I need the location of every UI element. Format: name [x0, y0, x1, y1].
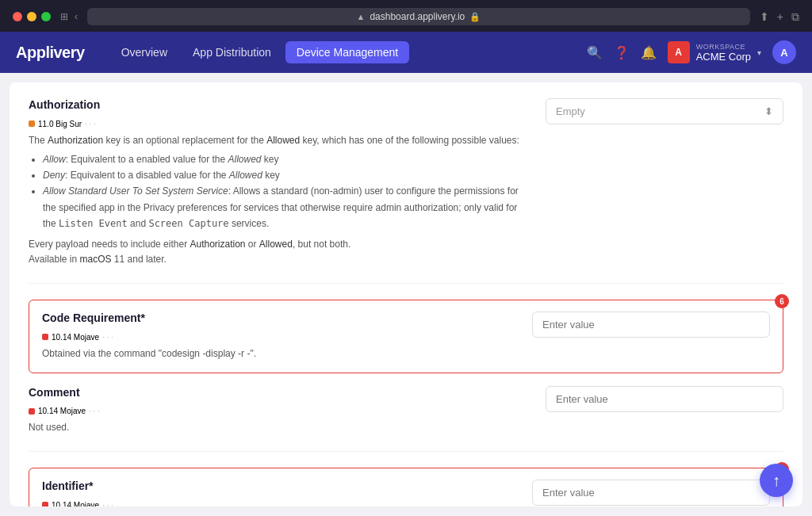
authorization-list: Allow: Equivalent to a enabled value for… — [29, 151, 530, 232]
workspace-icon-text: A — [675, 47, 682, 58]
authorization-select-chevron-icon: ⬍ — [764, 105, 773, 117]
workspace-name: ACME Corp — [696, 51, 751, 63]
comment-info: Comment 10.14 Mojave · · · Not used. — [29, 386, 530, 436]
window-chrome: ⊞ ‹ ▲ dashboard.applivery.io 🔒 ⬆ + ⧉ — [0, 0, 812, 32]
authorization-section: Authorization 11.0 Big Sur · · · The Aut… — [29, 98, 783, 284]
code-requirement-version-text: 10.14 Mojave — [52, 333, 99, 342]
version-spacer: · · · — [85, 120, 96, 128]
window-actions: ⬆ + ⧉ — [760, 10, 799, 24]
close-button[interactable] — [13, 12, 22, 21]
traffic-lights — [13, 12, 51, 21]
comment-description: Not used. — [29, 420, 530, 435]
comment-title: Comment — [29, 386, 530, 399]
comment-version-text: 10.14 Mojave — [38, 407, 86, 415]
workspace-info[interactable]: A WORKSPACE ACME Corp ▾ — [668, 41, 761, 63]
title-bar: ⊞ ‹ ▲ dashboard.applivery.io 🔒 ⬆ + ⧉ — [13, 8, 799, 25]
identifier-field-area — [532, 480, 770, 506]
back-icon[interactable]: ‹ — [75, 11, 78, 22]
comment-version-dot — [29, 408, 35, 415]
comment-field-area — [546, 386, 783, 412]
authorization-version-text: 11.0 Big Sur — [38, 120, 82, 128]
auth-list-item-allow: Allow: Equivalent to a enabled value for… — [43, 151, 530, 167]
new-tab-icon[interactable]: + — [777, 10, 783, 24]
auth-list-item-deny: Deny: Equivalent to a disabled value for… — [43, 167, 530, 183]
workspace-icon: A — [668, 41, 690, 63]
nav-overview[interactable]: Overview — [110, 41, 178, 63]
code-requirement-number: 6 — [775, 294, 789, 308]
workspace-chevron-icon[interactable]: ▾ — [757, 48, 761, 57]
code-requirement-description: Obtained via the command "codesign -disp… — [42, 346, 516, 361]
notification-icon[interactable]: 🔔 — [641, 45, 657, 60]
url-bar[interactable]: ▲ dashboard.applivery.io 🔒 — [87, 8, 750, 25]
windows-icon[interactable]: ⧉ — [791, 10, 799, 24]
workspace-text: WORKSPACE ACME Corp — [696, 43, 751, 63]
content-panel: Authorization 11.0 Big Sur · · · The Aut… — [10, 82, 802, 506]
nav-device-management[interactable]: Device Management — [285, 41, 409, 63]
help-icon[interactable]: ❓ — [614, 45, 630, 60]
authorization-description: The Authorization key is an optional rep… — [29, 133, 530, 148]
cr-version-spacer: · · · — [102, 333, 113, 342]
authorization-extra: Every payload needs to include either Au… — [29, 237, 530, 252]
authorization-macos: Available in macOS 11 and later. — [29, 252, 530, 267]
authorization-version: 11.0 Big Sur · · · — [29, 120, 96, 128]
comment-input[interactable] — [546, 386, 783, 412]
scroll-up-fab[interactable]: ↑ — [760, 464, 793, 497]
nav-links: Overview App Distribution Device Managem… — [110, 41, 587, 63]
version-dot-red — [42, 334, 48, 340]
minimize-button[interactable] — [27, 12, 36, 21]
nav-actions: 🔍 ❓ 🔔 A WORKSPACE ACME Corp ▾ A — [587, 40, 796, 64]
comment-section: Comment 10.14 Mojave · · · Not used. — [29, 386, 783, 453]
sidebar-toggle-icon[interactable]: ⊞ — [60, 11, 68, 22]
identifier-version: 10.14 Mojave · · · — [42, 501, 113, 506]
nav-app-distribution[interactable]: App Distribution — [182, 41, 282, 63]
code-requirement-info: Code Requirement* 10.14 Mojave · · · Obt… — [42, 312, 516, 361]
code-requirement-field-area — [532, 312, 770, 338]
identifier-version-text: 10.14 Mojave — [52, 501, 99, 506]
comment-spacer: · · · — [89, 407, 100, 415]
authorization-select-value: Empty — [556, 105, 585, 117]
id-spacer: · · · — [102, 501, 113, 506]
url-text: dashboard.applivery.io — [370, 11, 465, 22]
identifier-title: Identifier* — [42, 480, 516, 492]
comment-version: 10.14 Mojave · · · — [29, 407, 100, 415]
avatar[interactable]: A — [772, 40, 796, 64]
identifier-info: Identifier* 10.14 Mojave · · · The bundl… — [42, 480, 516, 506]
authorization-field-area: Empty ⬍ — [546, 98, 783, 124]
main-content: Authorization 11.0 Big Sur · · · The Aut… — [0, 73, 812, 516]
scroll-up-icon: ↑ — [772, 472, 780, 490]
code-requirement-input[interactable] — [532, 312, 770, 338]
maximize-button[interactable] — [41, 12, 51, 21]
identifier-version-dot — [42, 502, 48, 506]
window-controls: ⊞ ‹ — [60, 11, 78, 22]
logo[interactable]: Applivery — [16, 44, 85, 62]
lock-icon: 🔒 — [469, 12, 481, 22]
authorization-select[interactable]: Empty ⬍ — [546, 98, 783, 124]
code-requirement-section: 6 Code Requirement* 10.14 Mojave · · · O… — [29, 300, 783, 373]
share-icon[interactable]: ⬆ — [760, 10, 769, 24]
code-requirement-title: Code Requirement* — [42, 312, 516, 324]
authorization-info: Authorization 11.0 Big Sur · · · The Aut… — [29, 98, 530, 267]
auth-list-item-standard: Allow Standard User To Set System Servic… — [43, 183, 530, 231]
avatar-text: A — [780, 47, 787, 59]
workspace-label: WORKSPACE — [696, 43, 751, 51]
code-requirement-version: 10.14 Mojave · · · — [42, 333, 113, 342]
navbar: Applivery Overview App Distribution Devi… — [0, 32, 812, 73]
version-dot-orange — [29, 120, 35, 127]
search-icon[interactable]: 🔍 — [587, 45, 603, 60]
identifier-section: 5 Identifier* 10.14 Mojave · · · The bun… — [29, 468, 783, 506]
identifier-input[interactable] — [532, 480, 770, 506]
applivery-favicon: ▲ — [357, 12, 366, 21]
authorization-title: Authorization — [29, 98, 530, 111]
